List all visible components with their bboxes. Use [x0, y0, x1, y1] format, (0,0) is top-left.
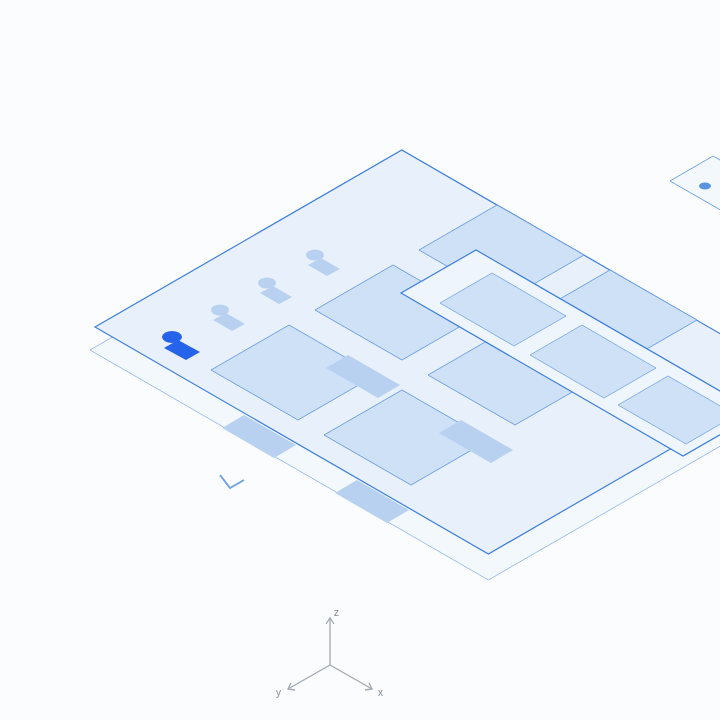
- tab-circle-icon[interactable]: [699, 183, 711, 190]
- tab-strip: [670, 156, 720, 231]
- axis-label-x: x: [378, 687, 383, 698]
- chevron-down-icon[interactable]: [220, 475, 244, 488]
- axis-tripod: z x y: [276, 607, 383, 698]
- svg-line-10: [288, 665, 330, 689]
- axis-label-z: z: [334, 607, 339, 618]
- axis-label-y: y: [276, 687, 281, 698]
- svg-line-9: [330, 665, 372, 689]
- isometric-diagram: z x y: [0, 0, 720, 720]
